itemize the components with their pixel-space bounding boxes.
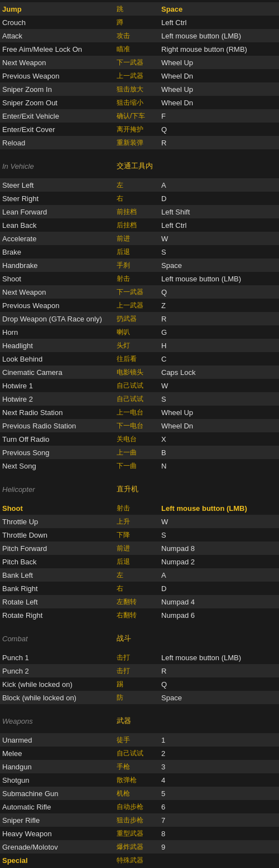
action-label: Look Behind <box>2 355 117 363</box>
chinese-label: 自己试试 <box>117 381 161 391</box>
chinese-label: 下降 <box>117 530 161 540</box>
key-label: Wheel Dn <box>161 99 277 107</box>
action-label: Rotate Right <box>2 611 117 620</box>
key-label: B <box>161 448 277 457</box>
table-row: Accelerate前进W <box>0 232 279 245</box>
table-row <box>0 704 279 710</box>
table-row: Handbrake手刹Space <box>0 259 279 272</box>
table-row: Free Aim/Melee Lock On瞄准Right mouse butt… <box>0 42 279 56</box>
chinese-label: 左翻转 <box>117 597 161 607</box>
chinese-label: 踢 <box>117 680 161 689</box>
chinese-label: 扔武器 <box>117 314 161 324</box>
table-row: Combat战斗 <box>0 632 279 645</box>
action-label: Hotwire 1 <box>2 382 117 390</box>
table-row: Bank Left左A <box>0 568 279 582</box>
key-label: S <box>161 531 277 539</box>
table-row: Look Behind往后看C <box>0 352 279 365</box>
key-label: Left Shift <box>161 208 277 216</box>
chinese-label: 上一电台 <box>117 408 161 417</box>
table-row: Previous Weapon上一武器Z <box>0 299 279 312</box>
section-chinese-label: 交通工具内 <box>117 161 161 171</box>
key-label: Wheel Up <box>161 85 277 94</box>
chinese-label: 徒手 <box>117 735 161 745</box>
action-label: Previous Weapon <box>2 301 117 310</box>
action-label: Steer Right <box>2 194 117 203</box>
action-label: Bank Left <box>2 571 117 579</box>
chinese-label: 击打 <box>117 666 161 676</box>
chinese-label: 右 <box>117 194 161 203</box>
key-label: Q <box>161 288 277 296</box>
action-label: Enter/Exit Vehicle <box>2 112 117 120</box>
action-label: Throttle Up <box>2 518 117 526</box>
table-row <box>0 173 279 178</box>
table-row: Shotgun散弹枪4 <box>0 773 279 787</box>
chinese-label: 离开掩护 <box>117 125 161 134</box>
action-label: Lean Back <box>2 221 117 230</box>
chinese-label: 下一曲 <box>117 461 161 471</box>
table-row: Enter/Exit Cover离开掩护Q <box>0 123 279 136</box>
table-row: Previous Weapon上一武器Wheel Dn <box>0 69 279 82</box>
action-label: Heavy Weapon <box>2 830 117 838</box>
table-row: Pitch Forward前进Numpad 8 <box>0 542 279 555</box>
key-label: R <box>161 667 277 675</box>
action-label: Pitch Back <box>2 558 117 566</box>
key-label: 2 <box>161 749 277 758</box>
chinese-label: 防 <box>117 693 161 703</box>
chinese-label: 前进 <box>117 234 161 243</box>
chinese-label: 射击 <box>117 504 161 513</box>
table-row: Automatic Rifle自动步枪6 <box>0 800 279 813</box>
key-label: C <box>161 355 277 363</box>
key-label: R <box>161 139 277 147</box>
table-row: Steer Left左A <box>0 178 279 192</box>
chinese-label: 前进 <box>117 544 161 553</box>
action-label: Reload <box>2 139 117 147</box>
action-label: Lean Forward <box>2 208 117 216</box>
table-row: Reload重新装弹R <box>0 136 279 149</box>
table-row <box>0 149 279 155</box>
action-label: Punch 1 <box>2 654 117 662</box>
section-action-label: Helicopter <box>2 485 117 494</box>
table-row: Attack攻击Left mouse button (LMB) <box>0 29 279 42</box>
key-label: Wheel Up <box>161 58 277 67</box>
action-label: Special <box>2 856 117 865</box>
table-row: Submachine Gun机枪5 <box>0 787 279 800</box>
action-label: Shotgun <box>2 776 117 784</box>
action-label: Next Weapon <box>2 288 117 296</box>
key-label: Numpad 8 <box>161 544 277 553</box>
key-label: Left mouse button (LMB) <box>161 654 277 662</box>
chinese-label: 自动步枪 <box>117 802 161 812</box>
chinese-label: 自己试试 <box>117 394 161 404</box>
table-row: Brake后退S <box>0 245 279 259</box>
chinese-label: 下一武器 <box>117 58 161 67</box>
section-action-label: In Vehicle <box>2 162 117 170</box>
action-label: Handbrake <box>2 261 117 270</box>
action-label: Melee <box>2 749 117 758</box>
key-label: Q <box>161 680 277 689</box>
table-row: Cinematic Camera电影镜头Caps Lock <box>0 365 279 379</box>
chinese-label: 狙击缩小 <box>117 98 161 108</box>
table-row: Bank Right右D <box>0 582 279 595</box>
key-label: H <box>161 342 277 350</box>
chinese-label: 左 <box>117 181 161 190</box>
key-label: Space <box>161 694 277 702</box>
key-label: 5 <box>161 789 277 798</box>
key-label: 8 <box>161 830 277 838</box>
table-row: Throttle Down下降S <box>0 528 279 542</box>
table-row: Drop Weapon (GTA Race only)扔武器R <box>0 312 279 325</box>
table-row <box>0 728 279 733</box>
key-label: 4 <box>161 776 277 784</box>
action-label: Steer Left <box>2 181 117 189</box>
table-row: Horn喇叭G <box>0 325 279 339</box>
key-label: Wheel Dn <box>161 72 277 80</box>
action-label: Previous Weapon <box>2 72 117 80</box>
action-label: Sniper Rifle <box>2 816 117 825</box>
key-label: F <box>161 112 277 120</box>
chinese-label: 跳 <box>117 4 161 14</box>
chinese-label: 击打 <box>117 653 161 662</box>
action-label: Unarmed <box>2 736 117 744</box>
action-label: Free Aim/Melee Lock On <box>2 45 117 53</box>
table-row: Shoot射击Left mouse button (LMB) <box>0 501 279 515</box>
chinese-label: 右 <box>117 584 161 593</box>
table-row: Kick (while locked on)踢Q <box>0 677 279 691</box>
table-row: Pitch Back后退Numpad 2 <box>0 555 279 568</box>
